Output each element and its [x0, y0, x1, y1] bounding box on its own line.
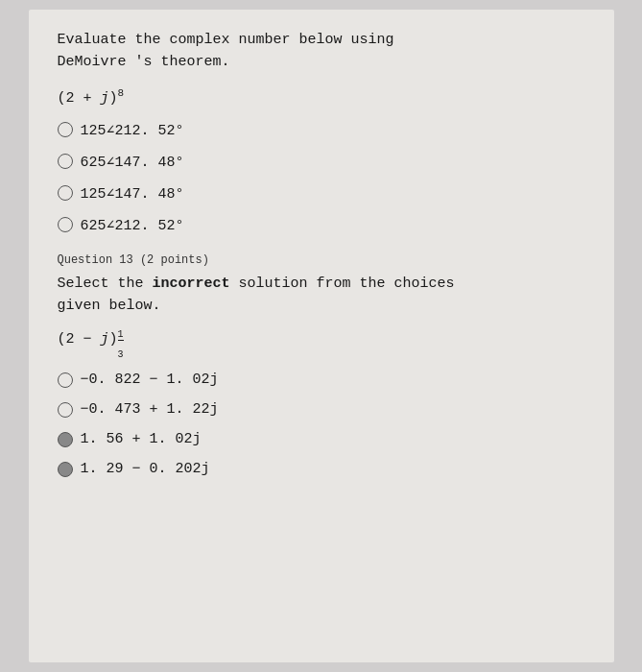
q13-bold-word: incorrect	[153, 276, 230, 292]
question-12-block: Evaluate the complex number below using …	[58, 29, 585, 234]
q12-option-c[interactable]: 125∠147. 48°	[58, 184, 585, 203]
q13-radio-b[interactable]	[58, 402, 73, 418]
q13-option-c-text: 1. 56 + 1. 02j	[81, 431, 202, 447]
q12-radio-c[interactable]	[58, 185, 73, 201]
q12-radio-a[interactable]	[58, 122, 73, 137]
q12-option-a[interactable]: 125∠212. 52°	[58, 121, 585, 139]
q13-option-c[interactable]: 1. 56 + 1. 02j	[58, 431, 585, 447]
q12-expression: (2 + j)8	[58, 85, 585, 109]
q13-radio-c[interactable]	[58, 432, 73, 447]
q13-expression: (2 − j)1 3	[58, 328, 585, 360]
q13-options: −0. 822 − 1. 02j −0. 473 + 1. 22j 1. 56 …	[58, 372, 585, 477]
q13-radio-a[interactable]	[58, 372, 73, 388]
q12-option-b-text: 625∠147. 48°	[81, 153, 184, 171]
question-13-block: Question 13 (2 points) Select the incorr…	[58, 253, 585, 478]
q12-option-d[interactable]: 625∠212. 52°	[58, 216, 585, 234]
q12-radio-d[interactable]	[58, 217, 73, 232]
content-area: Evaluate the complex number below using …	[29, 10, 614, 662]
page-container: Evaluate the complex number below using …	[0, 0, 642, 672]
q13-option-b[interactable]: −0. 473 + 1. 22j	[58, 401, 585, 418]
q12-options: 125∠212. 52° 625∠147. 48° 125∠147. 48° 6…	[58, 121, 585, 234]
q12-radio-b[interactable]	[58, 154, 73, 169]
q13-option-d[interactable]: 1. 29 − 0. 202j	[58, 461, 585, 477]
q13-option-a[interactable]: −0. 822 − 1. 02j	[58, 372, 585, 388]
q13-option-a-text: −0. 822 − 1. 02j	[81, 372, 219, 388]
q13-radio-d[interactable]	[58, 462, 73, 477]
q12-option-d-text: 625∠212. 52°	[81, 216, 184, 234]
q12-option-c-text: 125∠147. 48°	[81, 184, 184, 203]
q13-instruction: Select the incorrect solution from the c…	[58, 273, 585, 318]
q12-option-b[interactable]: 625∠147. 48°	[58, 153, 585, 171]
q12-option-a-text: 125∠212. 52°	[81, 121, 184, 139]
q12-instruction: Evaluate the complex number below using …	[58, 29, 585, 74]
q13-option-b-text: −0. 473 + 1. 22j	[81, 401, 219, 418]
q13-option-d-text: 1. 29 − 0. 202j	[81, 461, 210, 477]
q13-label: Question 13 (2 points)	[58, 253, 585, 267]
